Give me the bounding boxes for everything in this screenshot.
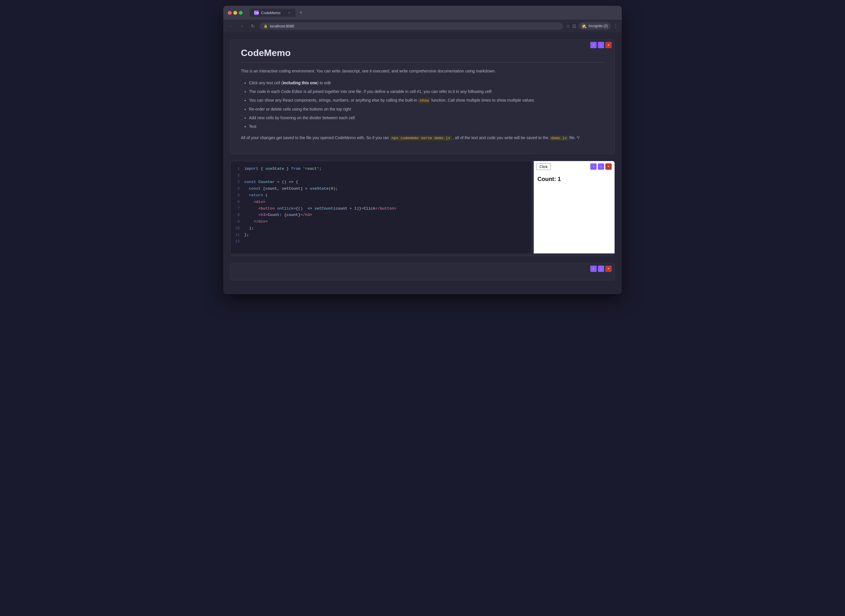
footer-paragraph: All of your changes get saved to the fil… [241, 135, 604, 141]
line-number: 2 [231, 172, 244, 179]
list-item: Add new cells by hovering on the divider… [249, 114, 604, 122]
address-bar[interactable]: 🔒 localhost:8080 [260, 22, 563, 30]
intro-paragraph: This is an interactive coding environmen… [241, 68, 604, 75]
line-content: <div> [244, 199, 531, 205]
code-line-4: 4 const [count, setCount] = useState(0); [231, 186, 531, 192]
line-number: 10 [231, 225, 244, 232]
code-cell: ↑ ↓ × 1 import { useState } from 'react'… [230, 161, 615, 256]
browser-tabs: Cm CodeMemo × + [250, 9, 617, 17]
tab-close-button[interactable]: × [287, 11, 291, 15]
tab-favicon: Cm [254, 10, 259, 15]
markdown-cell: ↑ ↓ × CodeMemo This is an interactive co… [230, 39, 615, 154]
minimize-window-button[interactable] [233, 11, 237, 15]
code-line-8: 8 <h3>Count: {count}</h3> [231, 212, 531, 219]
traffic-lights [228, 11, 242, 15]
move-down-button[interactable]: ↓ [598, 42, 604, 48]
menu-icon[interactable]: ⋮ [613, 23, 618, 29]
code-line-7: 7 <button onClick={() => setCount(count … [231, 205, 531, 212]
code-line-11: 11 }; [231, 232, 531, 238]
cell-controls: ↑ ↓ × [590, 42, 612, 48]
empty-cell-controls: ↑ ↓ × [590, 265, 612, 272]
extension-icon[interactable]: ⊡ [572, 23, 576, 29]
incognito-label: Incognito (2) [589, 24, 608, 28]
resize-handle-horizontal[interactable]: · · · · · · · [231, 254, 614, 256]
code-cell-controls: ↑ ↓ × [590, 163, 612, 170]
forward-button[interactable]: → [238, 22, 246, 30]
line-content: <button onClick={() => setCount(count + … [244, 205, 531, 212]
line-content: ); [244, 225, 531, 232]
divider [241, 62, 604, 63]
line-number: 4 [231, 186, 244, 192]
line-number: 12 [231, 238, 244, 245]
line-content: import { useState } from 'react'; [244, 166, 531, 172]
empty-move-up-button[interactable]: ↑ [590, 265, 597, 272]
resize-handle-vertical[interactable]: · · · · · [531, 161, 534, 254]
line-number: 11 [231, 232, 244, 238]
inline-code-show: show [418, 98, 430, 103]
list-item: Click any text cell (including this one)… [249, 79, 604, 87]
new-tab-button[interactable]: + [297, 9, 305, 17]
move-up-button[interactable]: ↑ [590, 42, 597, 48]
maximize-window-button[interactable] [239, 11, 242, 15]
line-content: }; [244, 232, 531, 238]
line-number: 6 [231, 199, 244, 205]
list-item: The code in each Code Editor is all join… [249, 88, 604, 95]
counter-display: Count: 1 [534, 172, 614, 186]
output-pane: Click Count: 1 [534, 161, 614, 254]
line-content: <h3>Count: {count}</h3> [244, 212, 531, 219]
browser-titlebar: Cm CodeMemo × + [223, 6, 622, 20]
line-number: 1 [231, 166, 244, 172]
line-content: const Counter = () => { [244, 179, 531, 186]
line-content [244, 172, 531, 179]
code-move-up-button[interactable]: ↑ [590, 163, 597, 170]
browser-window: Cm CodeMemo × + ← → ↻ 🔒 localhost:8080 ☆… [223, 6, 622, 294]
browser-nav: ← → ↻ 🔒 localhost:8080 ☆ ⊡ 🕵 Incognito (… [223, 20, 622, 32]
line-content: const [count, setCount] = useState(0); [244, 186, 531, 192]
code-line-9: 9 </div> [231, 219, 531, 225]
refresh-button[interactable]: ↻ [248, 22, 257, 30]
line-content: return ( [244, 192, 531, 199]
resize-dots: · · · · · · · [414, 253, 431, 256]
counter-click-button[interactable]: Click [536, 163, 551, 170]
empty-cell: ↑ ↓ × [230, 263, 615, 280]
browser-content: ↑ ↓ × CodeMemo This is an interactive co… [223, 32, 622, 294]
delete-cell-button[interactable]: × [605, 42, 612, 48]
code-line-1: 1 import { useState } from 'react'; [231, 166, 531, 172]
tab-label: CodeMemo [261, 11, 281, 15]
list-item: Test [249, 122, 604, 131]
close-window-button[interactable] [228, 11, 232, 15]
markdown-content[interactable]: CodeMemo This is an interactive coding e… [231, 40, 614, 154]
bold-text: including this one [283, 81, 317, 85]
empty-delete-cell-button[interactable]: × [605, 265, 612, 272]
line-number: 8 [231, 212, 244, 218]
lock-icon: 🔒 [264, 24, 268, 28]
incognito-badge[interactable]: 🕵 Incognito (2) [579, 22, 611, 30]
code-line-6: 6 <div> [231, 199, 531, 205]
footer-code2: demo.js [550, 136, 568, 141]
code-line-2: 2 [231, 172, 531, 179]
line-number: 3 [231, 179, 244, 185]
back-button[interactable]: ← [227, 22, 235, 30]
line-content: </div> [244, 219, 531, 225]
code-line-10: 10 ); [231, 225, 531, 232]
active-tab[interactable]: Cm CodeMemo × [250, 9, 296, 17]
nav-right-controls: ☆ ⊡ 🕵 Incognito (2) ⋮ [566, 22, 618, 30]
bookmark-icon[interactable]: ☆ [566, 23, 570, 29]
footer-code1: npx codememo serve demo.js [390, 136, 452, 141]
code-move-down-button[interactable]: ↓ [598, 163, 604, 170]
line-number: 7 [231, 205, 244, 212]
empty-move-down-button[interactable]: ↓ [598, 265, 604, 272]
code-line-12: 12 [231, 238, 531, 245]
list-item: Re-order or delete cells using the butto… [249, 105, 604, 113]
line-number: 5 [231, 192, 244, 199]
code-line-3: 3 const Counter = () => { [231, 179, 531, 186]
code-editor-area: 1 import { useState } from 'react'; 2 3 … [231, 161, 614, 254]
code-editor[interactable]: 1 import { useState } from 'react'; 2 3 … [231, 161, 531, 254]
markdown-title: CodeMemo [241, 48, 604, 58]
line-number: 9 [231, 219, 244, 225]
code-line-5: 5 return ( [231, 192, 531, 199]
url-display: localhost:8080 [270, 24, 294, 28]
code-delete-cell-button[interactable]: × [605, 163, 612, 170]
feature-list: Click any text cell (including this one)… [241, 79, 604, 131]
incognito-icon: 🕵 [581, 23, 587, 29]
